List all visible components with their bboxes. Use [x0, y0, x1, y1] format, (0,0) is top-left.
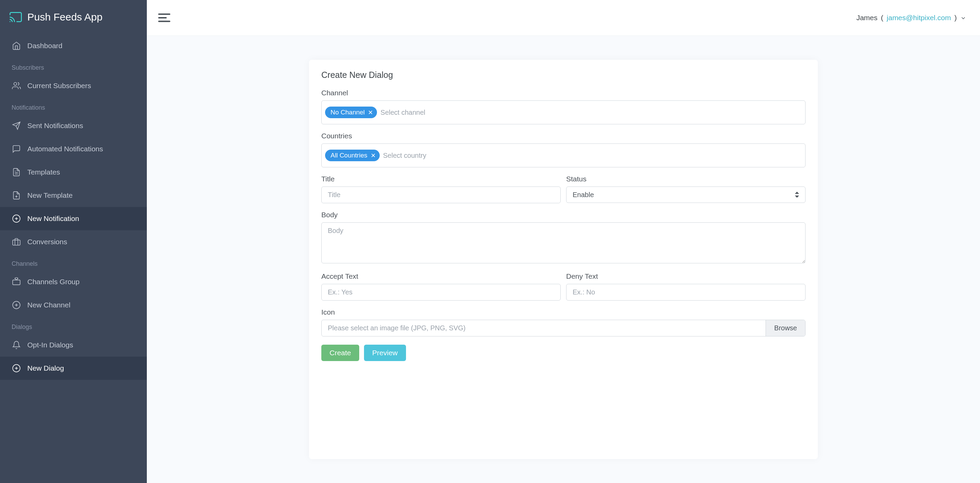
sidebar-item-opt-in-dialogs[interactable]: Opt-In Dialogs — [0, 333, 147, 357]
home-icon — [12, 41, 21, 51]
countries-label: Countries — [321, 132, 805, 140]
sidebar-item-templates[interactable]: Templates — [0, 161, 147, 184]
icon-label: Icon — [321, 308, 805, 316]
create-dialog-card: Create New Dialog Channel No Channel — [309, 60, 818, 459]
sidebar-section-subscribers: Subscribers — [0, 57, 147, 74]
sidebar-item-label: Opt-In Dialogs — [27, 341, 73, 349]
channel-tag: No Channel — [325, 107, 377, 118]
sidebar-item-automated-notifications[interactable]: Automated Notifications — [0, 137, 147, 161]
sidebar-item-label: Sent Notifications — [27, 121, 83, 130]
create-button[interactable]: Create — [321, 345, 359, 361]
accept-text-label: Accept Text — [321, 272, 561, 281]
main: James ( james@hitpixel.com ) Create New … — [147, 0, 980, 483]
user-email: james@hitpixel.com — [887, 14, 951, 22]
file-text-icon — [12, 167, 21, 177]
title-input[interactable] — [321, 187, 561, 203]
plus-circle-icon — [12, 363, 21, 373]
card-title: Create New Dialog — [321, 70, 805, 80]
file-plus-icon — [12, 191, 21, 200]
countries-select[interactable]: All Countries — [321, 143, 805, 167]
deny-text-input[interactable] — [566, 284, 805, 301]
sidebar-item-dashboard[interactable]: Dashboard — [0, 34, 147, 57]
channel-label: Channel — [321, 89, 805, 97]
icon-file-input[interactable]: Please select an image file (JPG, PNG, S… — [321, 320, 805, 336]
sidebar-item-label: Channels Group — [27, 278, 80, 286]
menu-toggle-button[interactable] — [157, 11, 172, 25]
sidebar-item-label: New Channel — [27, 301, 70, 309]
sidebar-item-new-dialog[interactable]: New Dialog — [0, 357, 147, 380]
sidebar-section-notifications: Notifications — [0, 97, 147, 114]
send-icon — [12, 121, 21, 131]
sidebar-item-label: Current Subscribers — [27, 81, 91, 90]
sidebar-item-label: Automated Notifications — [27, 145, 103, 153]
users-icon — [12, 81, 21, 91]
countries-tag-label: All Countries — [331, 151, 368, 159]
sidebar-item-new-template[interactable]: New Template — [0, 184, 147, 207]
sidebar-item-new-channel[interactable]: New Channel — [0, 293, 147, 317]
sidebar-item-current-subscribers[interactable]: Current Subscribers — [0, 74, 147, 97]
chevron-down-icon — [960, 15, 966, 21]
status-label: Status — [566, 175, 805, 183]
briefcase-icon — [12, 237, 21, 247]
brand-text: Push Feeds App — [27, 11, 102, 23]
user-name: James — [856, 14, 878, 22]
user-menu[interactable]: James ( james@hitpixel.com ) — [856, 14, 966, 22]
sidebar-item-new-notification[interactable]: New Notification — [0, 207, 147, 230]
sidebar: Push Feeds App Dashboard Subscribers Cur… — [0, 0, 147, 483]
content: Create New Dialog Channel No Channel — [147, 36, 980, 483]
svg-rect-11 — [13, 240, 20, 245]
sidebar-item-label: Conversions — [27, 238, 67, 246]
deny-text-label: Deny Text — [566, 272, 805, 281]
topbar: James ( james@hitpixel.com ) — [147, 0, 980, 36]
channel-input[interactable] — [380, 108, 802, 116]
countries-tag: All Countries — [325, 150, 380, 161]
sidebar-item-label: New Notification — [27, 215, 79, 223]
icon-file-placeholder: Please select an image file (JPG, PNG, S… — [322, 320, 765, 336]
preview-button[interactable]: Preview — [364, 345, 406, 361]
brand[interactable]: Push Feeds App — [0, 0, 147, 34]
browse-button[interactable]: Browse — [765, 320, 805, 336]
tv-icon — [12, 277, 21, 287]
sidebar-item-label: New Dialog — [27, 364, 64, 372]
body-textarea[interactable] — [321, 222, 805, 263]
svg-point-1 — [14, 82, 17, 85]
sidebar-item-channels-group[interactable]: Channels Group — [0, 270, 147, 293]
remove-tag-button[interactable] — [368, 109, 374, 115]
sidebar-item-sent-notifications[interactable]: Sent Notifications — [0, 114, 147, 137]
sidebar-section-dialogs: Dialogs — [0, 317, 147, 333]
cast-icon — [9, 10, 22, 24]
plus-circle-icon — [12, 214, 21, 223]
countries-input[interactable] — [383, 151, 802, 159]
sidebar-section-channels: Channels — [0, 253, 147, 270]
plus-circle-icon — [12, 300, 21, 310]
sidebar-item-label: New Template — [27, 191, 73, 199]
sidebar-item-label: Dashboard — [27, 41, 62, 50]
remove-tag-button[interactable] — [370, 152, 376, 158]
message-square-icon — [12, 144, 21, 154]
title-label: Title — [321, 175, 561, 183]
sidebar-item-conversions[interactable]: Conversions — [0, 230, 147, 253]
accept-text-input[interactable] — [321, 284, 561, 301]
sidebar-item-label: Templates — [27, 168, 60, 176]
channel-select[interactable]: No Channel — [321, 100, 805, 124]
channel-tag-label: No Channel — [331, 108, 365, 116]
status-select[interactable]: Enable — [566, 187, 805, 203]
bell-icon — [12, 340, 21, 350]
body-label: Body — [321, 211, 805, 219]
